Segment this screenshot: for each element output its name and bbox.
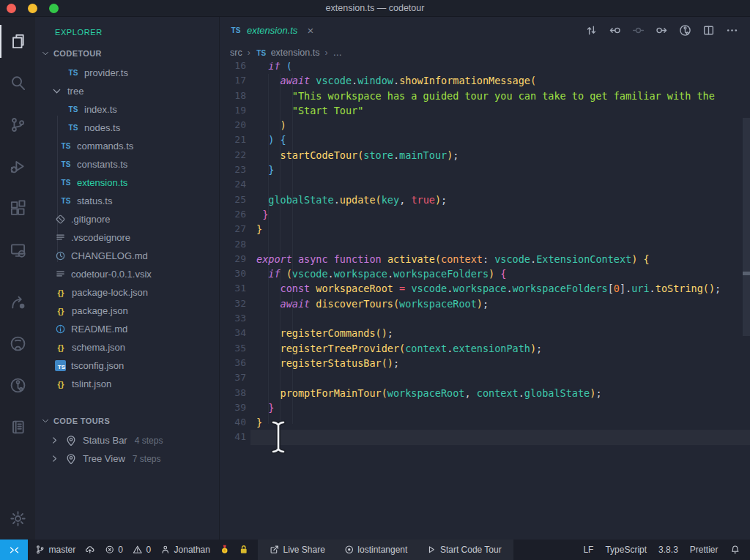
- breadcrumb-item[interactable]: …: [333, 48, 342, 58]
- code-line-20[interactable]: 20 ): [220, 118, 750, 132]
- status-live-share-group: Live SharelostintangentStart Code Tour: [258, 540, 513, 560]
- remote-indicator[interactable]: [0, 540, 28, 560]
- code-area[interactable]: 16 if (17 await vscode.window.showInform…: [220, 62, 750, 540]
- file-tree-item-tsconfig-json[interactable]: TStsconfig.json: [35, 356, 219, 375]
- status-item-start-code-tour[interactable]: Start Code Tour: [426, 545, 501, 555]
- status-item-3-8-3[interactable]: 3.8.3: [658, 545, 678, 555]
- code-line-17[interactable]: 17 await vscode.window.showInformationMe…: [220, 73, 750, 88]
- section-label: CODE TOURS: [53, 417, 110, 425]
- code-line-22[interactable]: 22 startCodeTour(store.mainTour);: [220, 148, 750, 163]
- status-item-lostintangent[interactable]: lostintangent: [344, 545, 408, 555]
- file-tree-item-package-json[interactable]: {}package.json: [35, 302, 219, 320]
- activity-github-icon[interactable]: [0, 323, 35, 365]
- navigate-back-icon[interactable]: [609, 24, 621, 37]
- file-tree-item-commands-ts[interactable]: TScommands.ts: [35, 137, 219, 155]
- code-line-31[interactable]: 31 const workspaceRoot = vscode.workspac…: [220, 281, 750, 296]
- file-tree-item-changelog-md[interactable]: CHANGELOG.md: [35, 247, 219, 265]
- file-tree-item-package-lock-json[interactable]: {}package-lock.json: [35, 283, 219, 302]
- split-editor-icon[interactable]: [702, 24, 715, 37]
- code-line-25[interactable]: 25 globalState.update(key, true);: [220, 193, 750, 207]
- breadcrumb-item[interactable]: src: [230, 48, 242, 58]
- compare-changes-icon[interactable]: [585, 24, 598, 37]
- file-name: constants.ts: [77, 159, 127, 170]
- navigate-forward-icon[interactable]: [656, 24, 668, 37]
- window-controls[interactable]: [7, 4, 59, 13]
- file-tree-item-status-ts[interactable]: TSstatus.ts: [35, 192, 219, 210]
- activity-settings-gear-icon[interactable]: [0, 498, 35, 540]
- code-tour-item-tree-view[interactable]: Tree View7 steps: [35, 449, 219, 468]
- code-line-37[interactable]: 37: [220, 370, 750, 385]
- code-tour-item-status-bar[interactable]: Status Bar4 steps: [35, 431, 219, 449]
- code-line-21[interactable]: 21 ) {: [220, 132, 750, 147]
- maximize-window-button[interactable]: [49, 4, 59, 13]
- file-tree-item-constants-ts[interactable]: TSconstants.ts: [35, 155, 219, 173]
- status-item-medal[interactable]: [220, 545, 230, 555]
- file-tree-item--gitignore[interactable]: .gitignore: [35, 210, 219, 228]
- status-item-lf[interactable]: LF: [583, 545, 593, 555]
- line-number: 28: [220, 237, 246, 252]
- code-line-28[interactable]: 28: [220, 237, 750, 252]
- status-item-jonathan[interactable]: Jonathan: [160, 545, 210, 555]
- file-tree-item-index-ts[interactable]: TSindex.ts: [35, 100, 219, 119]
- code-line-33[interactable]: 33: [220, 311, 750, 326]
- line-number: 21: [220, 132, 246, 147]
- code-line-32[interactable]: 32 await discoverTours(workspaceRoot);: [220, 296, 750, 311]
- file-tree-item-extension-ts[interactable]: TSextension.ts: [35, 173, 219, 192]
- status-item-bell[interactable]: [730, 545, 740, 555]
- file-tree-item-codetour-0-0-1-vsix[interactable]: codetour-0.0.1.vsix: [35, 265, 219, 283]
- code-line-39[interactable]: 39 }: [220, 400, 750, 415]
- file-tree-item--vscodeignore[interactable]: .vscodeignore: [35, 228, 219, 247]
- activity-source-control-icon[interactable]: [0, 104, 35, 146]
- breadcrumb-item[interactable]: TSextension.ts: [256, 48, 320, 58]
- gitlens-icon[interactable]: [679, 24, 691, 37]
- line-number: 38: [220, 386, 246, 400]
- minimize-window-button[interactable]: [28, 4, 37, 13]
- code-line-27[interactable]: 27}: [220, 222, 750, 236]
- code-line-36[interactable]: 36 registerStatusBar();: [220, 356, 750, 370]
- activity-search-icon[interactable]: [0, 62, 35, 104]
- section-header-code-tours[interactable]: CODE TOURS: [41, 417, 219, 425]
- code-tours-panel: CODE TOURS Status Bar4 stepsTree View7 s…: [35, 417, 219, 468]
- activity-extensions-icon[interactable]: [0, 187, 35, 229]
- status-item-master[interactable]: master: [35, 545, 75, 555]
- code-line-18[interactable]: 18 "This workspace has a guided tour you…: [220, 89, 750, 103]
- status-item-cloud-upload[interactable]: [85, 545, 95, 555]
- activity-explorer-icon[interactable]: [0, 20, 35, 62]
- activity-run-debug-icon[interactable]: [0, 146, 35, 187]
- more-actions-icon[interactable]: [726, 24, 738, 37]
- status-item-0[interactable]: 0: [105, 545, 123, 555]
- activity-remote-explorer-icon[interactable]: [0, 229, 35, 271]
- file-tree-item-tslint-json[interactable]: {}tslint.json: [35, 375, 219, 393]
- code-line-34[interactable]: 34 registerCommands();: [220, 326, 750, 340]
- file-tree-item-schema-json[interactable]: {}schema.json: [35, 338, 219, 356]
- file-tree-item-tree[interactable]: tree: [35, 82, 219, 100]
- tab-extension-ts[interactable]: TS extension.ts ×: [220, 17, 321, 43]
- code-line-23[interactable]: 23 }: [220, 163, 750, 177]
- code-line-30[interactable]: 30 if (vscode.workspace.workspaceFolders…: [220, 266, 750, 281]
- status-item-typescript[interactable]: TypeScript: [605, 545, 647, 555]
- code-line-35[interactable]: 35 registerTreeProvider(context.extensio…: [220, 341, 750, 356]
- status-item-0[interactable]: 0: [133, 545, 151, 555]
- close-window-button[interactable]: [7, 4, 16, 13]
- code-line-38[interactable]: 38 promptForMainTour(workspaceRoot, cont…: [220, 386, 750, 400]
- status-item-lock[interactable]: [239, 545, 249, 555]
- file-tree-item-provider-ts[interactable]: TSprovider.ts: [35, 64, 219, 82]
- code-line-16[interactable]: 16 if (: [220, 62, 750, 73]
- activity-notebook-icon[interactable]: [0, 406, 35, 448]
- activity-live-share-icon[interactable]: [0, 281, 35, 323]
- navigate-dot-icon[interactable]: [632, 24, 645, 37]
- code-line-29[interactable]: 29export async function activate(context…: [220, 252, 750, 266]
- section-header-codetour[interactable]: CODETOUR: [41, 49, 219, 58]
- code-line-24[interactable]: 24: [220, 177, 750, 192]
- close-tab-icon[interactable]: ×: [307, 25, 313, 36]
- status-item-live-share[interactable]: Live Share: [270, 545, 325, 555]
- code-line-41[interactable]: 41: [220, 430, 750, 444]
- scrollbar[interactable]: [743, 118, 750, 336]
- activity-gitlens-icon[interactable]: [0, 365, 35, 406]
- file-tree-item-nodes-ts[interactable]: TSnodes.ts: [35, 119, 219, 137]
- code-line-26[interactable]: 26 }: [220, 207, 750, 222]
- code-line-40[interactable]: 40}: [220, 415, 750, 430]
- code-line-19[interactable]: 19 "Start Tour": [220, 103, 750, 118]
- status-item-prettier[interactable]: Prettier: [690, 545, 719, 555]
- file-tree-item-readme-md[interactable]: README.md: [35, 320, 219, 338]
